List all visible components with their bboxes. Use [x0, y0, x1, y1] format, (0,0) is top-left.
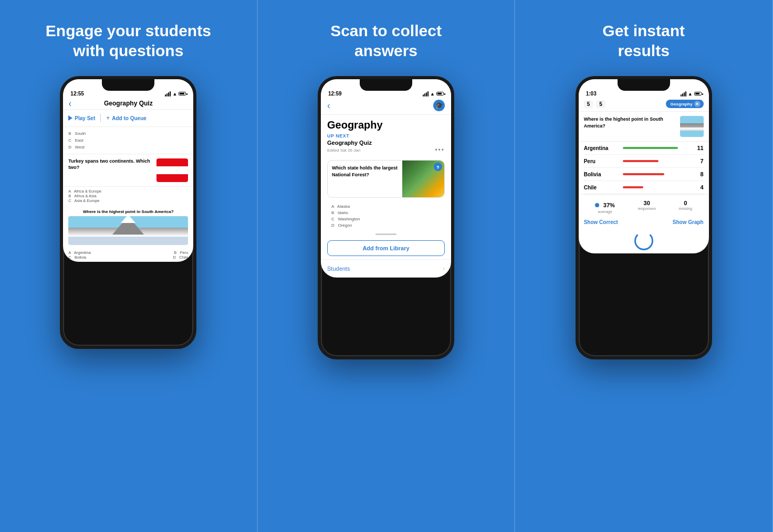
p1-nav-title: Geography Quiz	[104, 100, 153, 107]
q1-answers: A Africa & Europe B Africa & Asia C Asia…	[63, 187, 193, 206]
wifi-icon-3: ▲	[688, 91, 693, 97]
phone-1: 12:55 ▲	[60, 76, 196, 349]
remove-tag-icon[interactable]: ✕	[694, 101, 701, 107]
p2-back-button[interactable]: ‹	[327, 100, 330, 111]
p2-question-card: Which state holds the largest National F…	[327, 160, 445, 198]
phone-notch-3	[618, 79, 670, 91]
play-icon	[68, 115, 72, 121]
bar-fill-chile	[623, 186, 644, 188]
chevron-right-icon: ›	[443, 265, 445, 272]
p1-back-button[interactable]: ‹	[68, 98, 71, 109]
p2-edited: Edited Sat 26 Jan	[327, 148, 360, 153]
question-block-1: Turkey spans two continents. Which two? …	[63, 154, 193, 187]
bar-fill-argentina	[623, 147, 678, 149]
time-2: 12:59	[328, 91, 342, 97]
panel-1-title: Engage your students with questions	[46, 21, 211, 60]
p1-actions: Play Set + Add to Queue	[63, 110, 193, 127]
p3-count2: 5	[596, 100, 605, 108]
phone-wrapper-3: 1:03 ▲	[526, 76, 761, 522]
p3-question: Where is the highest point in South Amer…	[579, 112, 709, 142]
result-bolivia: Bolivia 8	[584, 168, 704, 181]
phone-notch-1	[102, 79, 154, 91]
q2-answers: A Argentina B Peru C Bolivia D Chile	[63, 248, 193, 262]
bar-fill-bolivia	[623, 173, 664, 175]
p1-nav: ‹ Geography Quiz	[63, 98, 193, 110]
result-peru: Peru 7	[584, 155, 704, 168]
flag-turkey: ☾	[156, 158, 188, 182]
p3-footer: Show Correct Show Graph	[579, 216, 709, 229]
p2-more-icon[interactable]: •••	[435, 146, 445, 154]
p2-main-title: Geography	[321, 115, 451, 133]
queue-label: Add to Queue	[112, 115, 147, 121]
p2-quiz-meta: Edited Sat 26 Jan •••	[321, 146, 451, 158]
p2-q-left: Which state holds the largest National F…	[328, 161, 402, 197]
panel-2: Scan to collect answers 12:59 ▲	[258, 0, 516, 532]
result-chile: Chile 4	[584, 181, 704, 194]
answer-item-b: B South	[68, 130, 188, 137]
answer-list-1: B South C East D West	[63, 127, 193, 154]
country-bolivia: Bolivia	[584, 172, 619, 177]
mountain-thumbnail	[680, 116, 704, 137]
stat-responses-val: 30	[638, 200, 656, 206]
stat-responses: 30 responses	[638, 200, 656, 214]
signal-icon-1	[165, 91, 171, 97]
play-set-label: Play Set	[75, 115, 95, 121]
add-from-library-button[interactable]: Add from Library	[327, 240, 445, 256]
q1-ans-b: B Africa & Asia	[68, 194, 188, 198]
geography-tag[interactable]: Geography ✕	[666, 100, 703, 108]
country-peru: Peru	[584, 158, 619, 164]
p3-count1: 5	[584, 100, 593, 108]
q2-ans-b: B Peru	[174, 250, 188, 255]
phone-screen-3: 1:03 ▲	[579, 79, 709, 253]
panel-1: Engage your students with questions 12:5…	[0, 0, 258, 532]
bar-argentina	[623, 147, 692, 149]
students-label: Students	[327, 265, 350, 272]
stat-average-label: average	[595, 209, 614, 214]
count-argentina: 11	[696, 145, 704, 151]
add-to-queue-button[interactable]: + Add to Queue	[106, 114, 147, 122]
p3-header: 5 5 Geography ✕	[579, 98, 709, 112]
phone-2: 12:59 ▲	[318, 76, 454, 359]
p2-ans-b: B Idaho	[331, 209, 445, 216]
bar-chile	[623, 186, 692, 188]
graduation-cap-icon: 🎓	[433, 100, 445, 111]
turkey-flag-image: ☾	[156, 158, 188, 182]
q2-ans-d: D Chile	[173, 255, 189, 260]
question-block-2: Where is the highest point in South Amer…	[63, 206, 193, 248]
answer-item-d: D West	[68, 144, 188, 151]
q2-ans-c: C Bolivia	[68, 255, 86, 260]
p2-students[interactable]: Students ›	[321, 259, 451, 278]
wifi-icon-1: ▲	[172, 91, 177, 97]
scroll-indicator	[321, 233, 451, 235]
count-bolivia: 8	[696, 171, 704, 177]
question-badge: 5	[434, 163, 442, 171]
q1-ans-c: C Asia & Europe	[68, 198, 188, 203]
scroll-bar	[375, 233, 396, 235]
mountain-snow-1	[121, 216, 135, 223]
q1-ans-a: A Africa & Europe	[68, 189, 188, 194]
up-next-label: UP NEXT	[321, 133, 451, 140]
battery-icon-3	[694, 92, 702, 95]
status-icons-2: ▲	[423, 91, 444, 97]
phone-wrapper-2: 12:59 ▲	[268, 76, 504, 522]
result-argentina: Argentina 11	[584, 142, 704, 155]
stat-average-val: 37%	[603, 202, 615, 208]
answer-item-c: C East	[68, 137, 188, 144]
phone-screen-1: 12:55 ▲	[63, 79, 193, 262]
play-set-button[interactable]: Play Set	[68, 115, 95, 121]
time-3: 1:03	[586, 91, 597, 97]
mountain-image-1	[68, 216, 188, 245]
p3-question-text: Where is the highest point in South Amer…	[584, 116, 677, 129]
stat-missing-val: 0	[678, 200, 692, 206]
p2-answers: A Alaska B Idaho C Washington D Oregon	[321, 200, 451, 231]
q2-text: Where is the highest point in South Amer…	[68, 209, 188, 214]
p3-stats: 37% average 30 responses 0 missing	[579, 194, 709, 216]
phone-screen-2: 12:59 ▲	[321, 79, 451, 278]
p2-ans-d: D Oregon	[331, 222, 445, 228]
p2-question-text: Which state holds the largest National F…	[332, 165, 398, 178]
status-icons-3: ▲	[681, 91, 702, 97]
show-graph-button[interactable]: Show Graph	[673, 219, 704, 225]
time-1: 12:55	[70, 91, 84, 97]
show-correct-button[interactable]: Show Correct	[584, 219, 618, 225]
stat-responses-label: responses	[638, 206, 656, 211]
